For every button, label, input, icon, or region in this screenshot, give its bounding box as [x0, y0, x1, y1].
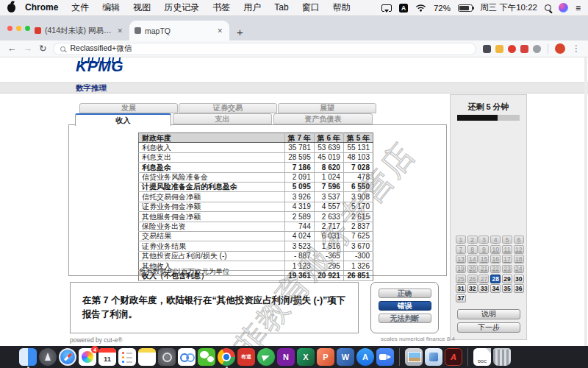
question-number-14[interactable]: 14 — [467, 255, 478, 263]
question-number-16[interactable]: 16 — [490, 255, 501, 263]
menu-item-1[interactable]: 文件 — [65, 2, 96, 13]
dock-app-store-icon[interactable]: A — [356, 348, 374, 366]
minimize-window-button[interactable] — [16, 26, 21, 31]
menu-item-5[interactable]: 书签 — [206, 2, 237, 13]
question-number-17[interactable]: 17 — [502, 255, 512, 263]
question-number-24[interactable]: 24 — [514, 265, 524, 274]
question-number-10[interactable]: 10 — [490, 245, 501, 254]
menu-item-3[interactable]: 视图 — [126, 2, 157, 13]
forward-button[interactable]: → — [24, 44, 33, 54]
dock-settings-icon[interactable] — [158, 348, 176, 366]
dock-launchpad-icon[interactable] — [39, 348, 57, 366]
dock-calendar-icon[interactable]: 11 — [98, 348, 116, 366]
dock-wechat-icon[interactable] — [198, 348, 215, 366]
dock-notes-icon[interactable] — [138, 348, 156, 366]
apple-menu-icon[interactable] — [7, 4, 15, 13]
question-number-1[interactable]: 1 — [456, 236, 466, 244]
question-number-4[interactable]: 4 — [490, 236, 501, 244]
dock-mail-master-icon[interactable] — [257, 348, 275, 366]
question-number-20[interactable]: 20 — [467, 265, 478, 274]
dock-trash-icon[interactable] — [493, 348, 511, 366]
question-number-36[interactable]: 36 — [514, 284, 524, 293]
answer-正确[interactable]: 正确 — [379, 289, 431, 298]
dock-photos-icon[interactable]: 4 — [79, 348, 96, 366]
question-number-19[interactable]: 19 — [456, 265, 466, 274]
tab-展望[interactable]: 展望 — [278, 103, 376, 113]
dock-excel-icon[interactable]: X — [297, 348, 315, 366]
dock-acrobat-icon[interactable]: A — [445, 348, 462, 366]
next-button[interactable]: 下一步 — [457, 322, 520, 333]
menu-item-4[interactable]: 历史记录 — [157, 2, 206, 13]
address-bar[interactable]: Reclassified+微信 — [53, 43, 476, 55]
tab-资产负债表[interactable]: 资产负债表 — [273, 113, 373, 124]
dock-word-icon[interactable]: W — [337, 348, 354, 366]
dock-installer-icon[interactable] — [425, 348, 442, 366]
tab-close-icon[interactable]: ✕ — [115, 27, 124, 35]
browser-tab-1[interactable]: mapTQ✕ — [129, 21, 229, 40]
profile-avatar[interactable] — [555, 43, 565, 54]
page-scrollbar[interactable] — [584, 57, 587, 346]
question-number-8[interactable]: 8 — [467, 245, 478, 254]
menu-item-7[interactable]: Tab — [268, 2, 295, 13]
chrome-menu-icon[interactable]: ⋮ — [572, 44, 581, 53]
reload-button[interactable]: ↻ — [39, 44, 46, 54]
question-number-6[interactable]: 6 — [514, 236, 524, 244]
input-source-icon[interactable]: A — [399, 4, 408, 13]
clock[interactable]: 周三 下午10:22 — [480, 2, 537, 13]
question-number-33[interactable]: 33 — [478, 284, 489, 293]
dock-reminders-icon[interactable] — [118, 348, 136, 366]
question-number-37[interactable]: 37 — [456, 294, 466, 303]
dock-powerpoint-icon[interactable]: P — [317, 348, 334, 366]
dock-tencent-meeting-icon[interactable] — [376, 348, 394, 366]
question-number-15[interactable]: 15 — [478, 255, 489, 263]
extension-gray-icon[interactable] — [533, 45, 541, 53]
extension-red-grid-icon[interactable] — [520, 45, 528, 53]
dock-youdao-icon[interactable]: 有道 — [237, 348, 255, 366]
question-number-30[interactable]: 30 — [514, 275, 524, 283]
screen-mirroring-icon[interactable] — [381, 4, 392, 12]
question-number-26[interactable]: 26 — [467, 275, 478, 283]
extension-red-circle-icon[interactable] — [508, 45, 516, 53]
question-number-5[interactable]: 5 — [502, 236, 512, 244]
question-number-11[interactable]: 11 — [502, 245, 512, 254]
tab-发展[interactable]: 发展 — [79, 103, 178, 113]
siri-icon[interactable] — [559, 3, 568, 13]
dock-finder-icon[interactable] — [19, 348, 37, 366]
question-number-28[interactable]: 28 — [490, 275, 501, 283]
question-number-34[interactable]: 34 — [490, 284, 501, 293]
wifi-icon[interactable] — [415, 4, 426, 12]
question-number-9[interactable]: 9 — [478, 245, 489, 254]
question-number-18[interactable]: 18 — [514, 255, 524, 263]
question-number-2[interactable]: 2 — [467, 236, 478, 244]
dock-doc-file-icon[interactable]: DOC — [473, 348, 491, 366]
tab-证券交易[interactable]: 证券交易 — [179, 103, 277, 113]
menu-item-8[interactable]: 窗口 — [295, 2, 326, 13]
tab-支出[interactable]: 支出 — [173, 113, 272, 124]
extension-colorful-icon[interactable] — [495, 45, 503, 53]
question-number-7[interactable]: 7 — [456, 245, 466, 254]
question-number-31[interactable]: 31 — [456, 284, 466, 293]
question-number-27[interactable]: 27 — [478, 275, 489, 283]
question-number-25[interactable]: 25 — [456, 275, 466, 283]
question-number-12[interactable]: 12 — [514, 245, 524, 254]
tab-close-icon[interactable]: ✕ — [215, 27, 224, 35]
question-number-21[interactable]: 21 — [478, 265, 489, 274]
dock-cloud-drive-icon[interactable] — [178, 348, 196, 366]
explain-button[interactable]: 说明 — [457, 309, 520, 319]
question-number-3[interactable]: 3 — [478, 236, 489, 244]
answer-无法判断[interactable]: 无法判断 — [379, 314, 431, 323]
dock-chrome-icon[interactable] — [218, 348, 235, 366]
question-number-29[interactable]: 29 — [502, 275, 512, 283]
menu-item-6[interactable]: 用户 — [237, 2, 268, 13]
tab-收入[interactable]: 收入 — [75, 113, 171, 126]
control-center-icon[interactable]: ≡ — [576, 4, 581, 13]
question-number-13[interactable]: 13 — [456, 255, 466, 263]
spotlight-icon[interactable] — [545, 4, 551, 11]
question-number-32[interactable]: 32 — [467, 284, 478, 293]
new-tab-button[interactable]: + — [229, 26, 251, 40]
dock-preview-icon[interactable] — [405, 348, 423, 366]
question-number-35[interactable]: 35 — [502, 284, 512, 293]
menu-item-9[interactable]: 帮助 — [326, 2, 357, 13]
back-button[interactable]: ← — [7, 44, 17, 54]
dock-safari-icon[interactable] — [59, 348, 76, 366]
